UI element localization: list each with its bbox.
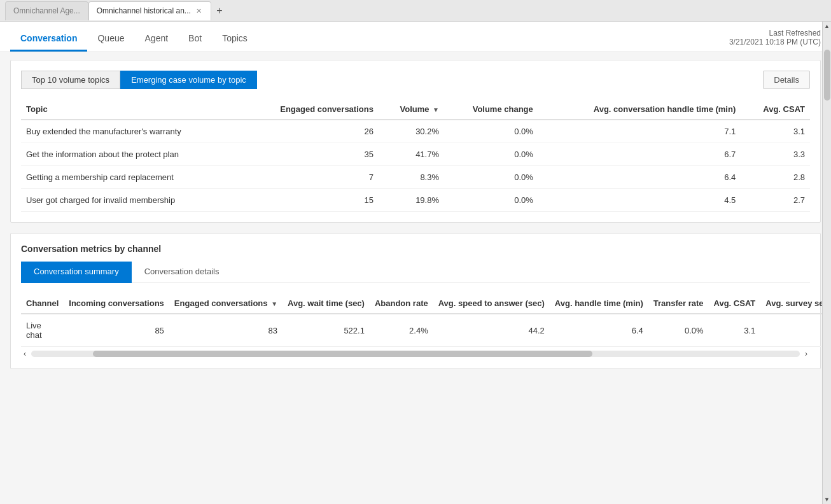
scroll-up-button[interactable]: ▲: [823, 22, 831, 31]
cell-avg-handle: 6.4: [538, 166, 741, 189]
browser-tab-1[interactable]: Omnichannel Age...: [5, 1, 88, 20]
cell-volume-change: 0.0%: [444, 189, 538, 212]
cell-engaged: 83: [169, 314, 283, 347]
tab-top10-volume[interactable]: Top 10 volume topics: [21, 71, 120, 89]
last-refreshed: Last Refreshed 3/21/2021 10:18 PM (UTC): [729, 29, 821, 52]
cell-volume-change: 0.0%: [444, 143, 538, 166]
cell-avg-survey: [760, 314, 828, 347]
cell-avg-csat: 3.1: [709, 314, 761, 347]
sub-tab-conversation-details[interactable]: Conversation details: [132, 262, 232, 283]
cell-volume: 8.3%: [379, 166, 444, 189]
topics-table-header-row: Topic Engaged conversations Volume ▼ Vol…: [21, 99, 810, 120]
nav-tab-conversation[interactable]: Conversation: [10, 25, 87, 52]
cell-engaged: 7: [241, 166, 379, 189]
cell-engaged: 15: [241, 189, 379, 212]
cell-avg-handle: 4.5: [538, 189, 741, 212]
cell-channel: Live chat: [21, 314, 64, 347]
cell-avg-wait: 522.1: [283, 314, 370, 347]
table-row: Getting a membership card replacement 7 …: [21, 166, 810, 189]
vertical-scrollbar: ▲ ▼: [822, 22, 831, 504]
nav-tab-topics[interactable]: Topics: [212, 25, 258, 52]
mcol-engaged: Engaged conversations ▼: [169, 293, 283, 314]
cell-volume: 19.8%: [379, 189, 444, 212]
nav-tab-queue[interactable]: Queue: [87, 25, 134, 52]
engaged-sort-icon: ▼: [271, 300, 277, 307]
topics-tabs: Top 10 volume topics Emerging case volum…: [21, 71, 257, 89]
cell-avg-handle: 6.7: [538, 143, 741, 166]
mcol-channel: Channel: [21, 293, 64, 314]
table-row: Live chat 85 83 522.1 2.4% 44.2 6.4 0.0%…: [21, 314, 829, 347]
nav-tab-bot[interactable]: Bot: [178, 25, 212, 52]
cell-avg-csat: 2.8: [741, 166, 810, 189]
vertical-scrollbar-thumb[interactable]: [824, 50, 830, 101]
col-volume-change: Volume change: [444, 99, 538, 120]
metrics-table-header-row: Channel Incoming conversations Engaged c…: [21, 293, 829, 314]
browser-tab-2[interactable]: Omnichannel historical an... ✕: [88, 1, 211, 20]
cell-engaged: 35: [241, 143, 379, 166]
cell-avg-csat: 2.7: [741, 189, 810, 212]
nav-tab-agent[interactable]: Agent: [135, 25, 179, 52]
mcol-avg-handle: Avg. handle time (min): [550, 293, 648, 314]
last-refreshed-value: 3/21/2021 10:18 PM (UTC): [729, 38, 821, 46]
cell-topic: Buy extended the manufacturer's warranty: [21, 120, 241, 143]
mcol-avg-speed: Avg. speed to answer (sec): [433, 293, 550, 314]
metrics-sub-tabs: Conversation summary Conversation detail…: [21, 262, 810, 283]
cell-engaged: 26: [241, 120, 379, 143]
mcol-transfer-rate: Transfer rate: [648, 293, 709, 314]
topics-header: Top 10 volume topics Emerging case volum…: [21, 71, 810, 89]
horizontal-scrollbar[interactable]: [31, 351, 800, 357]
mcol-avg-survey: Avg. survey se: [760, 293, 828, 314]
scrollbar-thumb[interactable]: [93, 351, 592, 357]
cell-avg-handle: 7.1: [538, 120, 741, 143]
new-tab-button[interactable]: +: [211, 3, 228, 19]
sub-tab-conversation-summary[interactable]: Conversation summary: [21, 262, 132, 283]
browser-tab-1-label: Omnichannel Age...: [13, 6, 80, 15]
browser-tab-2-close[interactable]: ✕: [195, 7, 203, 15]
cell-abandon-rate: 2.4%: [370, 314, 433, 347]
table-row: Buy extended the manufacturer's warranty…: [21, 120, 810, 143]
cell-topic: Get the information about the protect pl…: [21, 143, 241, 166]
table-row: Get the information about the protect pl…: [21, 143, 810, 166]
horizontal-scrollbar-wrapper: ‹ ›: [21, 349, 810, 358]
metrics-table: Channel Incoming conversations Engaged c…: [21, 293, 829, 347]
nav-tabs: Conversation Queue Agent Bot Topics: [10, 22, 258, 52]
col-volume: Volume ▼: [379, 99, 444, 120]
cell-avg-handle: 6.4: [550, 314, 648, 347]
scroll-left-button[interactable]: ‹: [21, 349, 29, 358]
cell-avg-csat: 3.1: [741, 120, 810, 143]
mcol-avg-wait: Avg. wait time (sec): [283, 293, 370, 314]
scroll-down-button[interactable]: ▼: [823, 495, 831, 504]
cell-volume: 30.2%: [379, 120, 444, 143]
cell-volume: 41.7%: [379, 143, 444, 166]
browser-tab-2-label: Omnichannel historical an...: [97, 6, 191, 15]
cell-volume-change: 0.0%: [444, 120, 538, 143]
tab-emerging-case-volume[interactable]: Emerging case volume by topic: [120, 71, 257, 89]
topics-table: Topic Engaged conversations Volume ▼ Vol…: [21, 99, 810, 212]
app-header: Conversation Queue Agent Bot Topics Last…: [0, 22, 831, 52]
main-content: Top 10 volume topics Emerging case volum…: [0, 52, 831, 504]
details-button[interactable]: Details: [763, 71, 810, 89]
col-avg-handle: Avg. conversation handle time (min): [538, 99, 741, 120]
scroll-right-button[interactable]: ›: [802, 349, 810, 358]
mcol-abandon-rate: Abandon rate: [370, 293, 433, 314]
cell-incoming: 85: [64, 314, 169, 347]
browser-tab-bar: Omnichannel Age... Omnichannel historica…: [0, 0, 831, 22]
metrics-section-title: Conversation metrics by channel: [21, 244, 810, 254]
metrics-card: Conversation metrics by channel Conversa…: [10, 233, 821, 369]
volume-sort-icon: ▼: [433, 106, 439, 113]
topics-card: Top 10 volume topics Emerging case volum…: [10, 60, 821, 223]
last-refreshed-label: Last Refreshed: [729, 29, 821, 38]
col-topic: Topic: [21, 99, 241, 120]
mcol-avg-csat: Avg. CSAT: [709, 293, 761, 314]
cell-transfer-rate: 0.0%: [648, 314, 709, 347]
cell-avg-speed: 44.2: [433, 314, 550, 347]
cell-topic: User got charged for invalid membership: [21, 189, 241, 212]
cell-topic: Getting a membership card replacement: [21, 166, 241, 189]
cell-avg-csat: 3.3: [741, 143, 810, 166]
mcol-incoming: Incoming conversations: [64, 293, 169, 314]
cell-volume-change: 0.0%: [444, 166, 538, 189]
col-avg-csat: Avg. CSAT: [741, 99, 810, 120]
table-row: User got charged for invalid membership …: [21, 189, 810, 212]
col-engaged: Engaged conversations: [241, 99, 379, 120]
